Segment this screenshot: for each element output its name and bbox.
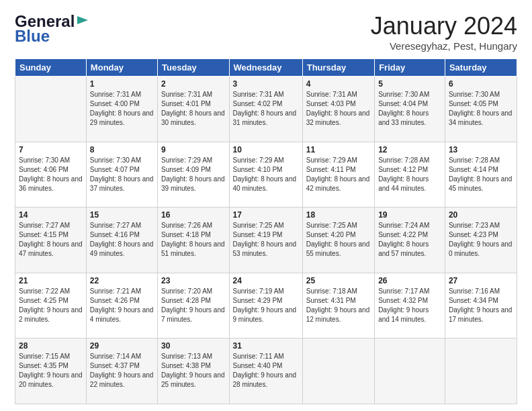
day-number: 15 [90, 210, 154, 220]
cell-2-6: 20Sunrise: 7:23 AMSunset: 4:23 PMDayligh… [445, 208, 517, 273]
day-number: 2 [161, 79, 226, 89]
cell-1-1: 8Sunrise: 7:30 AMSunset: 4:07 PMDaylight… [86, 142, 157, 208]
day-number: 21 [19, 276, 83, 285]
cell-0-4: 4Sunrise: 7:31 AMSunset: 4:03 PMDaylight… [302, 77, 374, 142]
cell-info: Sunrise: 7:27 AMSunset: 4:16 PMDaylight:… [90, 221, 154, 259]
svg-marker-0 [77, 16, 88, 24]
day-number: 3 [233, 79, 299, 89]
cell-3-4: 25Sunrise: 7:18 AMSunset: 4:31 PMDayligh… [302, 273, 374, 338]
title-block: January 2024 Veresegyhaz, Pest, Hungary [371, 12, 517, 52]
cell-3-5: 26Sunrise: 7:17 AMSunset: 4:32 PMDayligh… [375, 273, 445, 338]
day-number: 5 [378, 79, 441, 89]
day-number: 7 [19, 145, 83, 154]
cell-info: Sunrise: 7:29 AMSunset: 4:09 PMDaylight:… [161, 156, 226, 193]
calendar-subtitle: Veresegyhaz, Pest, Hungary [371, 40, 517, 52]
cell-1-2: 9Sunrise: 7:29 AMSunset: 4:09 PMDaylight… [158, 142, 230, 208]
day-number: 1 [90, 79, 154, 89]
col-thursday: Thursday [302, 59, 374, 77]
logo: General Blue [15, 12, 89, 46]
cell-info: Sunrise: 7:18 AMSunset: 4:31 PMDaylight:… [306, 287, 371, 324]
cell-2-5: 19Sunrise: 7:24 AMSunset: 4:22 PMDayligh… [375, 208, 445, 273]
cell-info: Sunrise: 7:30 AMSunset: 4:07 PMDaylight:… [90, 156, 154, 193]
day-number: 20 [449, 210, 513, 220]
day-number: 19 [378, 210, 441, 220]
day-number: 30 [161, 341, 226, 351]
cell-info: Sunrise: 7:11 AMSunset: 4:40 PMDaylight:… [233, 352, 299, 390]
cell-2-1: 15Sunrise: 7:27 AMSunset: 4:16 PMDayligh… [86, 208, 157, 273]
cell-4-0: 28Sunrise: 7:15 AMSunset: 4:35 PMDayligh… [15, 338, 87, 404]
week-row-4: 28Sunrise: 7:15 AMSunset: 4:35 PMDayligh… [15, 338, 517, 404]
day-number: 6 [449, 79, 513, 89]
cell-info: Sunrise: 7:25 AMSunset: 4:20 PMDaylight:… [306, 221, 371, 259]
cell-info: Sunrise: 7:29 AMSunset: 4:10 PMDaylight:… [233, 156, 299, 193]
day-number: 13 [449, 145, 513, 154]
cell-2-0: 14Sunrise: 7:27 AMSunset: 4:15 PMDayligh… [15, 208, 87, 273]
cell-info: Sunrise: 7:31 AMSunset: 4:00 PMDaylight:… [90, 90, 154, 128]
day-number: 29 [90, 341, 154, 351]
week-row-3: 21Sunrise: 7:22 AMSunset: 4:25 PMDayligh… [15, 273, 517, 338]
cell-3-1: 22Sunrise: 7:21 AMSunset: 4:26 PMDayligh… [86, 273, 157, 338]
cell-info: Sunrise: 7:21 AMSunset: 4:26 PMDaylight:… [90, 287, 154, 324]
cell-4-5 [375, 338, 445, 404]
cell-info: Sunrise: 7:30 AMSunset: 4:04 PMDaylight:… [378, 90, 441, 128]
cell-info: Sunrise: 7:16 AMSunset: 4:34 PMDaylight:… [449, 287, 513, 324]
col-tuesday: Tuesday [158, 59, 230, 77]
logo-text: General Blue [15, 12, 89, 46]
day-number: 28 [19, 341, 83, 351]
cell-1-3: 10Sunrise: 7:29 AMSunset: 4:10 PMDayligh… [229, 142, 302, 208]
cell-info: Sunrise: 7:22 AMSunset: 4:25 PMDaylight:… [19, 287, 83, 324]
col-monday: Monday [86, 59, 157, 77]
cell-info: Sunrise: 7:20 AMSunset: 4:28 PMDaylight:… [161, 287, 226, 324]
header: General Blue January 2024 Veresegyhaz, P… [15, 12, 517, 52]
day-number: 18 [306, 210, 371, 220]
cell-1-6: 13Sunrise: 7:28 AMSunset: 4:14 PMDayligh… [445, 142, 517, 208]
cell-1-0: 7Sunrise: 7:30 AMSunset: 4:06 PMDaylight… [15, 142, 87, 208]
cell-info: Sunrise: 7:31 AMSunset: 4:01 PMDaylight:… [161, 90, 226, 128]
cell-4-1: 29Sunrise: 7:14 AMSunset: 4:37 PMDayligh… [86, 338, 157, 404]
cell-info: Sunrise: 7:27 AMSunset: 4:15 PMDaylight:… [19, 221, 83, 259]
cell-3-0: 21Sunrise: 7:22 AMSunset: 4:25 PMDayligh… [15, 273, 87, 338]
col-wednesday: Wednesday [229, 59, 302, 77]
cell-info: Sunrise: 7:28 AMSunset: 4:12 PMDaylight:… [378, 156, 441, 193]
cell-0-3: 3Sunrise: 7:31 AMSunset: 4:02 PMDaylight… [229, 77, 302, 142]
col-sunday: Sunday [15, 59, 87, 77]
header-row: Sunday Monday Tuesday Wednesday Thursday… [15, 59, 517, 77]
day-number: 9 [161, 145, 226, 154]
cell-info: Sunrise: 7:31 AMSunset: 4:03 PMDaylight:… [306, 90, 371, 128]
cell-info: Sunrise: 7:31 AMSunset: 4:02 PMDaylight:… [233, 90, 299, 128]
day-number: 24 [233, 276, 299, 285]
cell-4-6 [445, 338, 517, 404]
cell-info: Sunrise: 7:30 AMSunset: 4:05 PMDaylight:… [449, 90, 513, 128]
logo-arrow-icon [76, 13, 89, 27]
cell-4-3: 31Sunrise: 7:11 AMSunset: 4:40 PMDayligh… [229, 338, 302, 404]
cell-4-2: 30Sunrise: 7:13 AMSunset: 4:38 PMDayligh… [158, 338, 230, 404]
day-number: 10 [233, 145, 299, 154]
col-friday: Friday [375, 59, 445, 77]
day-number: 31 [233, 341, 299, 351]
day-number: 16 [161, 210, 226, 220]
cell-info: Sunrise: 7:15 AMSunset: 4:35 PMDaylight:… [19, 352, 83, 390]
cell-2-4: 18Sunrise: 7:25 AMSunset: 4:20 PMDayligh… [302, 208, 374, 273]
week-row-0: 1Sunrise: 7:31 AMSunset: 4:00 PMDaylight… [15, 77, 517, 142]
cell-info: Sunrise: 7:23 AMSunset: 4:23 PMDaylight:… [449, 221, 513, 259]
day-number: 14 [19, 210, 83, 220]
cell-0-0 [15, 77, 87, 142]
day-number: 8 [90, 145, 154, 154]
cell-info: Sunrise: 7:14 AMSunset: 4:37 PMDaylight:… [90, 352, 154, 390]
cell-1-5: 12Sunrise: 7:28 AMSunset: 4:12 PMDayligh… [375, 142, 445, 208]
cell-info: Sunrise: 7:13 AMSunset: 4:38 PMDaylight:… [161, 352, 226, 390]
day-number: 25 [306, 276, 371, 285]
day-number: 11 [306, 145, 371, 154]
cell-4-4 [302, 338, 374, 404]
day-number: 4 [306, 79, 371, 89]
day-number: 23 [161, 276, 226, 285]
cell-0-1: 1Sunrise: 7:31 AMSunset: 4:00 PMDaylight… [86, 77, 157, 142]
cell-0-2: 2Sunrise: 7:31 AMSunset: 4:01 PMDaylight… [158, 77, 230, 142]
day-number: 12 [378, 145, 441, 154]
cell-info: Sunrise: 7:29 AMSunset: 4:11 PMDaylight:… [306, 156, 371, 193]
week-row-1: 7Sunrise: 7:30 AMSunset: 4:06 PMDaylight… [15, 142, 517, 208]
cell-2-2: 16Sunrise: 7:26 AMSunset: 4:18 PMDayligh… [158, 208, 230, 273]
cell-info: Sunrise: 7:24 AMSunset: 4:22 PMDaylight:… [378, 221, 441, 259]
calendar-table: Sunday Monday Tuesday Wednesday Thursday… [15, 58, 517, 404]
cell-info: Sunrise: 7:28 AMSunset: 4:14 PMDaylight:… [449, 156, 513, 193]
